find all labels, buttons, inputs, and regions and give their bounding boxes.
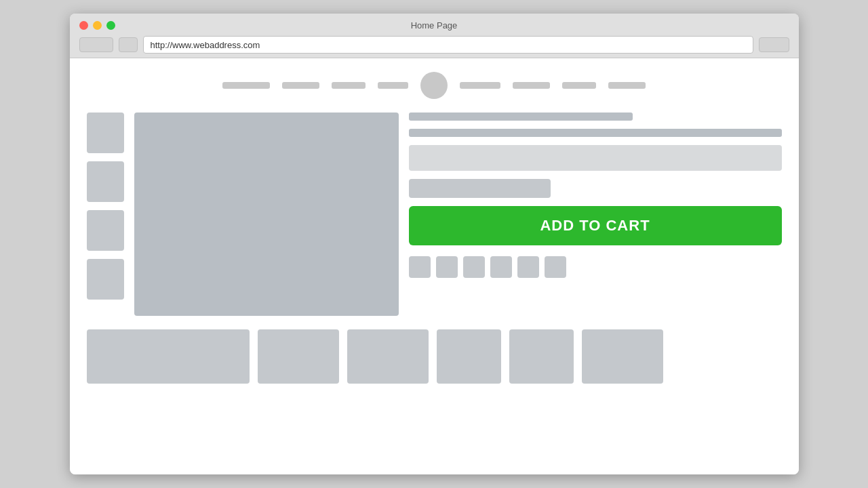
- nav-item-6[interactable]: [513, 82, 550, 89]
- share-icon-4[interactable]: [490, 256, 512, 278]
- bottom-item-6[interactable]: [582, 329, 663, 384]
- browser-window: Home Page http://www.webaddress.com: [70, 14, 799, 474]
- window-title: Home Page: [411, 20, 458, 30]
- share-icon-2[interactable]: [436, 256, 458, 278]
- main-product-image: [134, 113, 399, 316]
- product-section: ADD TO CART: [87, 113, 782, 316]
- nav-item-8[interactable]: [608, 82, 646, 89]
- product-subtitle-skeleton: [409, 129, 782, 137]
- site-navigation: [87, 72, 782, 99]
- product-title-skeleton: [409, 113, 633, 121]
- thumbnail-2[interactable]: [87, 161, 124, 202]
- refresh-button[interactable]: [119, 37, 138, 52]
- page-content: ADD TO CART: [70, 58, 799, 474]
- bottom-item-large[interactable]: [87, 329, 250, 384]
- address-bar[interactable]: http://www.webaddress.com: [143, 36, 753, 54]
- browser-menu-button[interactable]: [759, 37, 789, 52]
- maximize-button[interactable]: [106, 21, 115, 30]
- thumbnail-strip: [87, 113, 124, 316]
- nav-item-3[interactable]: [332, 82, 366, 89]
- nav-item-4[interactable]: [378, 82, 408, 89]
- title-row: Home Page: [79, 20, 789, 30]
- add-to-cart-button[interactable]: ADD TO CART: [409, 206, 782, 245]
- site-logo[interactable]: [420, 72, 448, 99]
- nav-item-1[interactable]: [222, 82, 270, 89]
- bottom-item-2[interactable]: [258, 329, 339, 384]
- browser-nav-bar: http://www.webaddress.com: [79, 36, 789, 54]
- thumbnail-1[interactable]: [87, 113, 124, 153]
- nav-item-5[interactable]: [460, 82, 500, 89]
- title-bar: Home Page http://www.webaddress.com: [70, 14, 799, 58]
- bottom-item-5[interactable]: [509, 329, 574, 384]
- bottom-item-3[interactable]: [347, 329, 429, 384]
- minimize-button[interactable]: [93, 21, 102, 30]
- close-button[interactable]: [79, 21, 88, 30]
- share-icon-5[interactable]: [517, 256, 539, 278]
- share-icon-6[interactable]: [545, 256, 566, 278]
- share-icon-3[interactable]: [463, 256, 485, 278]
- thumbnail-3[interactable]: [87, 210, 124, 251]
- nav-item-2[interactable]: [282, 82, 319, 89]
- bottom-grid: [87, 329, 782, 384]
- product-description-skeleton: [409, 145, 782, 171]
- share-icons-row: [409, 256, 782, 278]
- traffic-lights: [79, 21, 115, 30]
- share-icon-1[interactable]: [409, 256, 431, 278]
- product-option-skeleton: [409, 179, 551, 198]
- back-forward-buttons[interactable]: [79, 37, 113, 52]
- nav-item-7[interactable]: [562, 82, 596, 89]
- bottom-item-4[interactable]: [437, 329, 501, 384]
- thumbnail-4[interactable]: [87, 259, 124, 300]
- product-info-panel: ADD TO CART: [409, 113, 782, 316]
